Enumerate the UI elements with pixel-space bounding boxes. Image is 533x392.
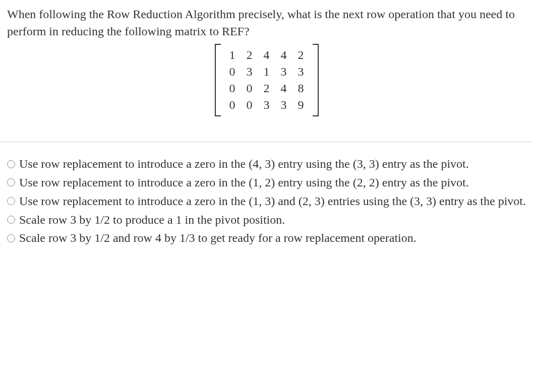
matrix: 1 2 4 4 2 0 3 1 3 3 0 0 2 4	[215, 44, 319, 116]
matrix-cell: 4	[275, 47, 292, 63]
answer-text: Use row replacement to introduce a zero …	[19, 174, 526, 191]
matrix-cell: 3	[258, 97, 275, 113]
answer-option-2[interactable]: Use row replacement to introduce a zero …	[7, 174, 526, 191]
matrix-right-bracket	[313, 44, 319, 116]
answer-option-5[interactable]: Scale row 3 by 1/2 and row 4 by 1/3 to g…	[7, 229, 526, 247]
matrix-cell: 1	[224, 47, 241, 63]
matrix-cell: 4	[258, 47, 275, 63]
matrix-cell: 0	[224, 80, 241, 97]
answer-text: Use row replacement to introduce a zero …	[19, 155, 526, 173]
matrix-container: 1 2 4 4 2 0 3 1 3 3 0 0 2 4	[7, 44, 526, 116]
matrix-body: 1 2 4 4 2 0 3 1 3 3 0 0 2 4	[221, 44, 313, 116]
matrix-row: 0 0 3 3 9	[224, 97, 310, 113]
answer-text: Scale row 3 by 1/2 and row 4 by 1/3 to g…	[19, 229, 526, 247]
matrix-cell: 0	[241, 80, 258, 97]
section-divider	[0, 142, 533, 142]
radio-icon[interactable]	[7, 178, 15, 186]
question-text: When following the Row Reduction Algorit…	[7, 6, 526, 40]
answer-option-1[interactable]: Use row replacement to introduce a zero …	[7, 155, 526, 173]
matrix-cell: 1	[258, 63, 275, 80]
radio-icon[interactable]	[7, 216, 15, 224]
matrix-cell: 3	[241, 63, 258, 80]
matrix-row: 0 0 2 4 8	[224, 80, 310, 97]
answer-text: Use row replacement to introduce a zero …	[19, 192, 526, 210]
radio-icon[interactable]	[7, 160, 15, 168]
matrix-cell: 2	[258, 80, 275, 97]
matrix-row: 1 2 4 4 2	[224, 47, 310, 63]
radio-icon[interactable]	[7, 197, 15, 205]
matrix-cell: 3	[275, 63, 292, 80]
question-section: When following the Row Reduction Algorit…	[7, 6, 526, 126]
answer-option-3[interactable]: Use row replacement to introduce a zero …	[7, 192, 526, 210]
matrix-cell: 2	[241, 47, 258, 63]
matrix-cell: 0	[224, 97, 241, 113]
matrix-cell: 8	[292, 80, 310, 97]
answer-text: Scale row 3 by 1/2 to produce a 1 in the…	[19, 211, 526, 229]
matrix-cell: 0	[241, 97, 258, 113]
matrix-row: 0 3 1 3 3	[224, 63, 310, 80]
matrix-cell: 0	[224, 63, 241, 80]
matrix-cell: 9	[292, 97, 310, 113]
answer-option-4[interactable]: Scale row 3 by 1/2 to produce a 1 in the…	[7, 211, 526, 229]
matrix-cell: 3	[292, 63, 310, 80]
matrix-left-bracket	[215, 44, 221, 116]
matrix-cell: 4	[275, 80, 292, 97]
matrix-cell: 3	[275, 97, 292, 113]
radio-icon[interactable]	[7, 234, 15, 242]
answers-section: Use row replacement to introduce a zero …	[7, 155, 526, 247]
matrix-cell: 2	[292, 47, 310, 63]
